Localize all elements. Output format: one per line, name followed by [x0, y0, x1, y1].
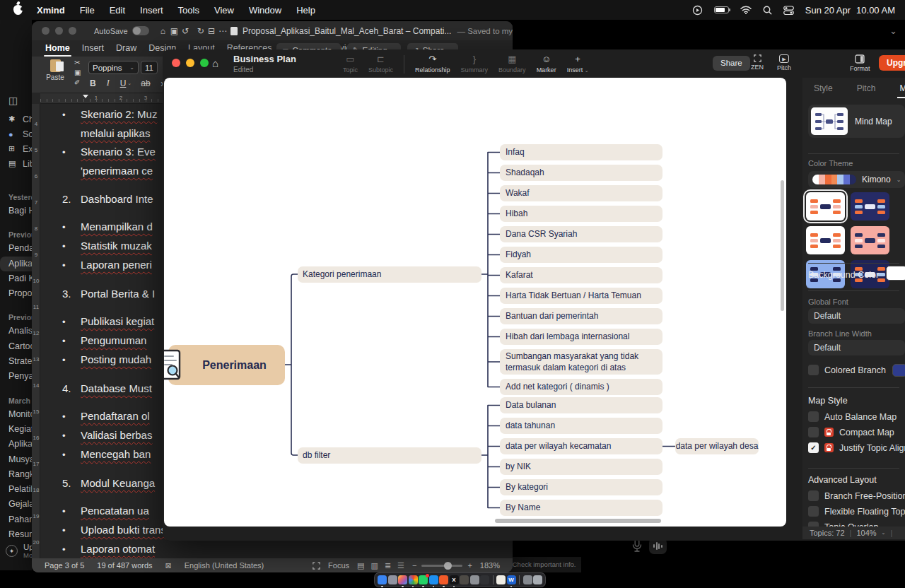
chat-history-item[interactable]: Bagi Has — [0, 204, 32, 218]
chat-history-item[interactable]: Aplikasi — [0, 257, 32, 271]
xmind-tool-button[interactable]: ▭ Topic — [343, 54, 358, 74]
sidebar-nav-item[interactable]: ● Sora — [0, 127, 32, 141]
sidebar-nav-item[interactable]: ⊞ Explore — [0, 141, 32, 156]
xmind-tool-button[interactable]: } Summary — [461, 54, 489, 74]
subtopic[interactable]: by NIK — [500, 459, 662, 475]
menu-item[interactable]: Help — [296, 5, 315, 16]
apple-menu-icon[interactable] — [13, 5, 23, 15]
dock-app-icon[interactable] — [378, 575, 387, 584]
dock-app-icon[interactable] — [419, 575, 428, 584]
checkbox[interactable] — [808, 506, 819, 517]
panel-tab[interactable]: Pitch — [857, 83, 876, 98]
background-color-swatch[interactable] — [886, 266, 905, 281]
focus-button[interactable]: Focus — [328, 561, 349, 570]
word-count[interactable]: 19 of 487 words — [97, 561, 152, 570]
zen-mode-button[interactable]: ZEN — [751, 54, 764, 71]
horizontal-scrollbar[interactable] — [495, 519, 661, 523]
sidebar-nav-item[interactable]: ▤ Library — [0, 156, 32, 171]
topic-db-filter[interactable]: db filter — [298, 447, 481, 464]
dock-app-icon[interactable]: W — [507, 575, 516, 584]
menu-item[interactable]: Tools — [178, 5, 199, 16]
chat-history-item[interactable]: Aplikasi — [0, 437, 32, 452]
checkbox[interactable] — [808, 365, 819, 375]
panel-tab[interactable]: Map — [899, 83, 905, 98]
font-size-select[interactable]: 11 — [141, 61, 158, 74]
pitch-mode-button[interactable]: ▶ Pitch — [777, 54, 791, 71]
text-format-button[interactable]: U⌄ — [120, 78, 132, 88]
global-font-select[interactable]: Default — [808, 308, 905, 324]
ribbon-tab[interactable]: Draw — [116, 40, 136, 57]
dock-app-icon[interactable] — [493, 575, 494, 584]
view-mode-icon[interactable]: ☰ — [397, 561, 404, 570]
clipboard-tool-icon[interactable]: ✐ — [74, 78, 81, 86]
chat-history-item[interactable]: Rangkai — [0, 467, 32, 482]
share-button[interactable]: Share — [713, 56, 750, 71]
dock-app-icon[interactable] — [398, 575, 407, 584]
menubar-time[interactable]: 10.00 AM — [856, 5, 895, 16]
dock-app-icon[interactable] — [409, 575, 418, 584]
collapse-chevron-icon[interactable]: ⌄ — [889, 25, 897, 36]
map-style-option[interactable]: Auto Balance Map — [808, 411, 905, 422]
checkbox[interactable] — [808, 522, 819, 527]
checkbox[interactable] — [808, 411, 819, 422]
structure-card[interactable]: Mind Map — [808, 105, 905, 138]
menu-app-name[interactable]: Xmind — [37, 5, 65, 16]
chat-history-item[interactable]: Strategi — [0, 354, 32, 369]
subtopic[interactable]: Fidyah — [500, 247, 662, 263]
dictation-mic-icon[interactable] — [631, 539, 643, 555]
text-format-button[interactable]: B — [90, 78, 98, 88]
subtopic[interactable]: By kategori — [500, 479, 662, 495]
indent-marker[interactable] — [83, 95, 88, 98]
mindmap-canvas[interactable]: Penerimaan Kategori penerimaan db filter… — [164, 78, 786, 527]
canvas-zoom-level[interactable]: 104% — [856, 529, 876, 537]
dock-app-icon[interactable] — [533, 575, 542, 584]
advanced-layout-option[interactable]: Flexible Floating Topic — [808, 506, 905, 517]
titlebar-tool-icon[interactable]: ⊟ — [208, 26, 209, 36]
branch-width-select[interactable]: Default — [808, 340, 905, 355]
window-controls[interactable] — [172, 59, 209, 67]
document-search-sticker-icon[interactable] — [164, 349, 181, 383]
map-style-option[interactable]: Justify Topic Alignment — [808, 442, 905, 453]
dock-app-icon[interactable] — [519, 575, 520, 584]
chat-history-item[interactable]: Pendafta — [0, 241, 32, 256]
theme-thumbnail[interactable] — [806, 226, 845, 254]
screen-record-icon[interactable] — [692, 5, 703, 16]
font-name-select[interactable]: Poppins⌄ — [88, 61, 139, 74]
chat-history-item[interactable]: Analisis — [0, 324, 32, 339]
view-mode-icon[interactable]: ▤ — [357, 561, 364, 570]
dock-app-icon[interactable] — [429, 575, 438, 584]
clipboard-tool-icon[interactable]: ▣ — [74, 69, 81, 76]
subtopic[interactable]: Bantuan dari pemerintah — [500, 308, 662, 324]
chat-history-item[interactable]: Penyakit — [0, 369, 32, 384]
menu-item[interactable]: Window — [249, 5, 281, 16]
subtopic[interactable]: Sumbangan masyarakat yang tidak termasuk… — [500, 349, 662, 375]
advanced-layout-option[interactable]: Branch Free-Positioning — [808, 490, 905, 501]
window-controls[interactable] — [32, 27, 76, 35]
subtopic[interactable]: By Name — [500, 500, 662, 516]
xmind-tool-button[interactable] — [404, 55, 404, 74]
dock-app-icon[interactable]: X — [450, 575, 459, 584]
subtopic[interactable]: Harta Tidak Bertuan / Harta Temuan — [500, 288, 662, 304]
menu-item[interactable]: Insert — [140, 5, 163, 16]
dock-app-icon[interactable] — [496, 575, 506, 584]
chat-history-item[interactable]: Paham A — [0, 512, 32, 527]
autosave-toggle[interactable] — [132, 26, 149, 35]
central-topic[interactable]: Penerimaan — [168, 345, 285, 385]
subtopic[interactable]: Infaq — [500, 144, 662, 160]
paste-button[interactable]: Paste — [41, 59, 69, 90]
chat-history-item[interactable]: March — [0, 393, 32, 407]
dock-app-icon[interactable] — [480, 575, 489, 584]
panel-tab[interactable]: Style — [814, 83, 833, 98]
xmind-tool-button[interactable]: ☺ Marker — [537, 54, 556, 74]
menubar-date[interactable]: Sun 20 Apr — [805, 5, 851, 16]
upgrade-plan-item[interactable]: ✦ Upgrade More — [6, 543, 32, 559]
chat-history-item[interactable]: Gejala — [0, 497, 32, 512]
subtopic[interactable]: Add net kategori ( dinamis ) — [500, 379, 662, 395]
battery-icon[interactable] — [714, 6, 729, 13]
xmind-tool-button[interactable]: ▦ Boundary — [498, 54, 526, 74]
titlebar-tool-icon[interactable]: ⋯ — [218, 26, 221, 36]
chat-history-item[interactable]: Previous — [0, 227, 32, 241]
zoom-level[interactable]: 183% — [480, 561, 500, 570]
menu-item[interactable]: File — [80, 5, 95, 16]
theme-thumbnail[interactable] — [806, 192, 845, 220]
